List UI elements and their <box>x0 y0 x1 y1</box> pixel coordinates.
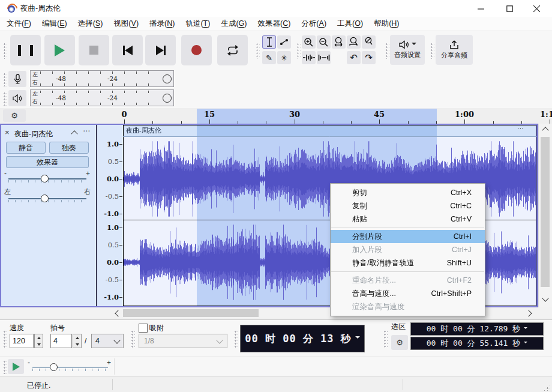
edit-toolbar-grip[interactable] <box>296 42 301 59</box>
selection-end-display[interactable]: 00 时 00 分 55.141 秒 <box>410 337 544 350</box>
menu-item-effects[interactable]: 效果器(C) <box>252 17 296 31</box>
context-menu-item-pitch-and-speed[interactable]: 音高与速度...Ctrl+Shift+P <box>331 287 485 300</box>
menu-item-transport[interactable]: 播录(N) <box>144 17 180 31</box>
pause-button[interactable] <box>10 35 41 65</box>
playback-meter-speaker-button[interactable] <box>8 90 26 106</box>
playback-meter-grip[interactable] <box>2 91 7 106</box>
menu-item-view[interactable]: 视图(V) <box>108 17 144 31</box>
undo-button[interactable]: ↶ <box>347 51 361 64</box>
playback-meter-clip-indicator[interactable] <box>163 94 172 103</box>
effects-button[interactable]: 效果器 <box>6 156 89 168</box>
menu-item-tools[interactable]: 工具(O) <box>332 17 368 31</box>
transport-toolbar-grip[interactable] <box>2 42 7 59</box>
vertical-scrollbar[interactable] <box>538 124 552 307</box>
time-signature-grip[interactable] <box>2 330 7 348</box>
share-audio-button[interactable]: 分享音频 <box>436 35 473 65</box>
scroll-right-icon[interactable] <box>524 309 533 318</box>
menu-item-file[interactable]: 文件(F) <box>1 17 37 31</box>
track-close-icon[interactable]: × <box>5 128 10 136</box>
snapping-grip[interactable] <box>130 330 135 348</box>
menu-item-edit[interactable]: 编辑(E) <box>37 17 73 31</box>
zoom-in-button[interactable] <box>302 35 316 49</box>
context-menu-item-copy[interactable]: 复制Ctrl+C <box>331 199 485 213</box>
speed-slider[interactable] <box>32 367 108 368</box>
horizontal-scroll-thumb[interactable] <box>123 309 259 317</box>
audio-position-display[interactable]: 00 时 00 分 13 秒 <box>240 325 365 352</box>
play-at-speed-grip[interactable] <box>2 360 7 374</box>
time-toolbar-grip[interactable] <box>233 330 238 348</box>
close-button[interactable] <box>523 0 550 17</box>
redo-button[interactable]: ↷ <box>362 51 376 64</box>
timesig-lower-select[interactable]: 4 <box>91 334 124 348</box>
audio-setup-grip[interactable] <box>385 42 389 59</box>
pan-slider-thumb[interactable] <box>41 194 49 202</box>
draw-tool-button[interactable]: ✎ <box>262 51 276 64</box>
record-meter-clip-indicator[interactable] <box>163 74 172 83</box>
record-meter-mic-button[interactable] <box>8 71 26 87</box>
menu-item-analyze[interactable]: 分析(A) <box>296 17 332 31</box>
play-at-speed-button[interactable] <box>8 359 24 374</box>
context-menu-item-cut[interactable]: 剪切Ctrl+X <box>331 186 485 199</box>
window-resize-grip[interactable] <box>543 384 550 391</box>
solo-button[interactable]: 独奏 <box>49 142 89 154</box>
maximize-button[interactable] <box>496 0 523 17</box>
mute-button[interactable]: 静音 <box>6 142 46 154</box>
amplitude-label: 0.5 <box>108 241 119 249</box>
share-audio-grip[interactable] <box>430 42 434 59</box>
amplitude-label: -1.0 <box>104 210 119 218</box>
time-format-caret-icon[interactable] <box>355 336 360 341</box>
tools-toolbar-grip[interactable] <box>255 42 260 59</box>
speed-slider-thumb[interactable] <box>50 363 58 371</box>
silence-audio-button[interactable] <box>317 51 331 64</box>
clip-overflow-icon[interactable]: ⋯ <box>517 124 525 132</box>
track-name[interactable]: 夜曲-周杰伦 <box>14 129 53 139</box>
selection-options-button[interactable]: ⚙ <box>391 335 408 350</box>
context-menu-item-paste[interactable]: 粘贴Ctrl+V <box>331 213 485 226</box>
audio-setup-button[interactable]: 音频设置 <box>390 35 425 65</box>
zoom-to-selection-button[interactable] <box>332 35 346 49</box>
playback-meter[interactable]: 左 右 -48 -24 <box>30 89 174 106</box>
timesig-stepper[interactable] <box>73 334 82 348</box>
selection-start-display[interactable]: 00 时 00 分 12.789 秒 <box>410 322 544 336</box>
selection-start-caret-icon[interactable] <box>524 327 527 331</box>
tempo-stepper[interactable] <box>34 334 43 348</box>
selection-toolbar-grip[interactable] <box>383 330 388 348</box>
minimize-button[interactable] <box>467 0 494 17</box>
track-collapse-icon[interactable] <box>71 130 77 137</box>
snap-checkbox[interactable] <box>139 324 148 333</box>
selection-tool-button[interactable] <box>262 35 276 49</box>
loop-button[interactable] <box>217 35 248 65</box>
snap-mode-combo[interactable]: 1/8 <box>139 334 227 348</box>
context-menu-item-split-clip[interactable]: 分割片段Ctrl+I <box>331 230 485 243</box>
zoom-out-button[interactable] <box>317 35 331 49</box>
envelope-tool-button[interactable] <box>277 35 291 49</box>
timesig-upper-input[interactable] <box>50 334 72 348</box>
menu-item-generate[interactable]: 生成(G) <box>215 17 252 31</box>
multi-tool-button[interactable]: ✳ <box>277 51 291 64</box>
timeline-options-button[interactable]: ⚙ <box>3 109 26 122</box>
scroll-down-icon[interactable] <box>541 294 550 303</box>
trim-audio-button[interactable] <box>302 51 316 64</box>
play-button[interactable] <box>44 35 75 65</box>
zoom-toggle-button[interactable] <box>362 35 376 49</box>
record-meter-grip[interactable] <box>2 72 7 86</box>
track-menu-icon[interactable]: ⋯ <box>83 127 91 135</box>
gain-slider-thumb[interactable] <box>41 175 49 182</box>
tempo-input[interactable] <box>10 334 34 348</box>
record-button[interactable] <box>181 35 212 65</box>
stop-button[interactable] <box>79 35 109 65</box>
fit-project-button[interactable] <box>347 35 361 49</box>
vertical-scroll-thumb[interactable] <box>541 137 550 287</box>
skip-to-start-button[interactable] <box>112 35 143 65</box>
record-meter[interactable]: 左 右 -48 -24 <box>30 70 174 87</box>
menu-item-help[interactable]: 帮助(H) <box>368 17 404 31</box>
solo-label: 独奏 <box>62 143 76 153</box>
timeline-ruler[interactable]: ⚙ 01530451:001:15 <box>0 108 552 124</box>
scroll-up-icon[interactable] <box>541 126 550 134</box>
menu-item-select[interactable]: 选择(S) <box>73 17 109 31</box>
skip-to-end-button[interactable] <box>145 35 176 65</box>
menu-item-tracks[interactable]: 轨道(T) <box>180 17 215 31</box>
context-menu-item-mute-unmute-track[interactable]: 静音/取消静音轨道Shift+U <box>331 256 485 270</box>
scroll-left-icon[interactable] <box>114 309 122 318</box>
selection-end-caret-icon[interactable] <box>524 342 527 345</box>
